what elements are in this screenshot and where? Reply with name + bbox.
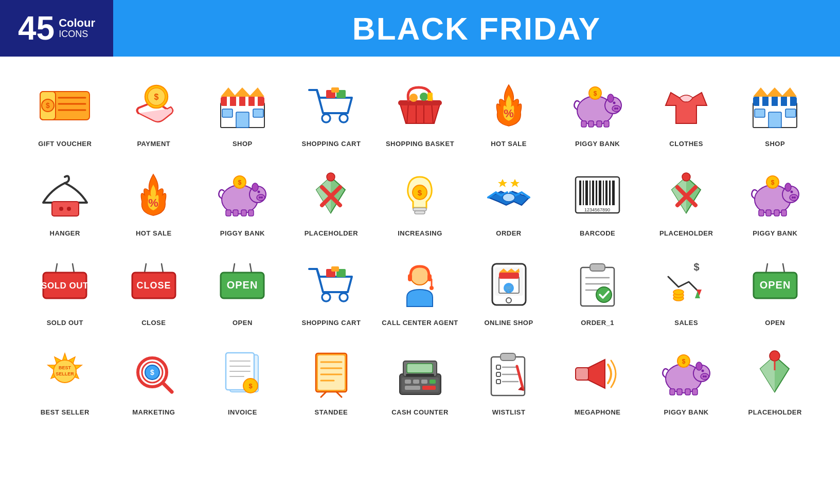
gift-voucher-label: GIFT VOUCHER: [38, 140, 92, 149]
svg-text:%: %: [149, 196, 159, 209]
svg-text:OPEN: OPEN: [227, 279, 258, 291]
piggy-bank-3-icon: $: [747, 167, 803, 223]
icon-cell-increasing: $ INCREASING: [376, 156, 464, 246]
svg-text:SOLD OUT: SOLD OUT: [41, 281, 88, 291]
open-2-icon: OPEN: [747, 256, 803, 313]
svg-point-114: [794, 196, 796, 199]
svg-rect-118: [766, 210, 771, 216]
svg-rect-220: [576, 368, 588, 380]
svg-line-125: [73, 264, 74, 273]
svg-point-71: [259, 196, 261, 199]
svg-point-27: [339, 114, 348, 122]
svg-rect-88: [415, 211, 425, 214]
svg-rect-231: [692, 389, 698, 395]
svg-rect-228: [670, 389, 675, 395]
svg-rect-46: [588, 121, 594, 127]
svg-text:BEST: BEST: [59, 365, 72, 370]
icon-cell-sold-out: SOLD OUT SOLD OUT: [21, 246, 110, 335]
svg-rect-209: [406, 374, 434, 376]
shopping-basket-icon: [391, 77, 448, 134]
hot-sale-2-icon: %: [126, 167, 182, 223]
icon-cell-best-seller: BEST SELLER BEST SELLER: [21, 335, 110, 425]
svg-point-44: [613, 101, 615, 104]
close-label: CLOSE: [141, 319, 166, 328]
svg-rect-97: [592, 181, 594, 205]
svg-rect-98: [596, 181, 597, 205]
svg-line-133: [250, 264, 252, 273]
svg-marker-17: [234, 87, 251, 97]
svg-point-225: [705, 375, 707, 377]
svg-rect-230: [685, 389, 690, 395]
open-1-label: OPEN: [233, 319, 253, 328]
barcode-icon: 1234567890: [569, 167, 626, 223]
icon-cell-placeholder-1: PLACEHOLDER: [287, 156, 376, 246]
clothes-label: CLOTHES: [669, 140, 703, 149]
icon-count: 45: [18, 12, 55, 45]
svg-line-129: [162, 264, 163, 273]
close-icon: CLOSE: [126, 256, 182, 313]
svg-text:$: $: [682, 358, 686, 365]
icon-cell-shopping-cart-1: SHOPPING CART: [287, 67, 376, 156]
svg-line-198: [336, 392, 342, 397]
best-seller-label: BEST SELLER: [41, 408, 90, 417]
clothes-icon: [658, 77, 714, 134]
icon-cell-hot-sale-2: % HOT SALE: [110, 156, 199, 246]
shop-2-icon: [747, 77, 803, 134]
svg-rect-103: [612, 181, 615, 205]
header-left: 45 Colour ICONS: [0, 0, 113, 57]
cash-counter-icon: [391, 346, 448, 402]
svg-point-224: [703, 375, 705, 377]
svg-rect-229: [677, 389, 682, 395]
svg-rect-99: [599, 181, 601, 205]
svg-rect-93: [579, 181, 581, 205]
svg-line-136: [317, 269, 319, 277]
svg-line-128: [145, 264, 146, 273]
sales-icon: $: [658, 256, 714, 313]
svg-rect-211: [501, 353, 515, 361]
svg-rect-120: [781, 210, 787, 216]
hot-sale-2-label: HOT SALE: [136, 229, 172, 238]
svg-point-141: [339, 293, 348, 301]
svg-point-163: [596, 287, 612, 302]
svg-rect-47: [597, 121, 602, 127]
megaphone-label: MEGAPHONE: [575, 408, 621, 417]
icon-cell-order: ORDER: [464, 156, 553, 246]
svg-rect-144: [408, 274, 412, 281]
sales-label: SALES: [674, 319, 698, 328]
svg-rect-151: [499, 273, 519, 279]
svg-point-43: [607, 94, 614, 102]
svg-point-168: [673, 290, 684, 295]
order-icon: [480, 167, 537, 223]
svg-rect-75: [226, 210, 231, 216]
online-shop-label: ONLINE SHOP: [485, 319, 533, 328]
svg-rect-94: [583, 181, 584, 205]
svg-text:CLOSE: CLOSE: [136, 280, 171, 291]
svg-point-66: [67, 207, 71, 211]
piggy-bank-3-label: PIGGY BANK: [753, 229, 797, 238]
icon-cell-placeholder-3: PLACEHOLDER: [730, 335, 819, 425]
svg-rect-62: [755, 109, 765, 117]
piggy-bank-2-label: PIGGY BANK: [220, 229, 265, 238]
increasing-icon: $: [391, 167, 448, 223]
svg-text:$: $: [238, 179, 242, 186]
shopping-cart-2-label: SHOPPING CART: [302, 319, 361, 328]
hanger-label: HANGER: [50, 229, 80, 238]
svg-point-65: [59, 207, 63, 211]
icon-cell-piggy-bank-2: $ PIGGY BANK: [198, 156, 287, 246]
svg-point-237: [770, 351, 780, 361]
icons-label: ICONS: [59, 29, 95, 40]
svg-rect-139: [331, 266, 339, 272]
svg-rect-204: [413, 380, 419, 384]
icon-cell-call-center-agent: CALL CENTER AGENT: [376, 246, 464, 335]
piggy-bank-1-icon: $: [569, 77, 626, 134]
shopping-cart-1-label: SHOPPING CART: [302, 140, 361, 149]
icon-cell-online-shop: 🛒 ONLINE SHOP: [464, 246, 553, 335]
svg-rect-20: [222, 109, 233, 117]
svg-point-26: [322, 114, 330, 122]
icon-cell-megaphone: MEGAPHONE: [553, 335, 642, 425]
payment-icon: $: [126, 77, 182, 134]
svg-text:$: $: [46, 101, 50, 110]
svg-rect-201: [407, 364, 433, 373]
piggy-bank-1-label: PIGGY BANK: [575, 140, 620, 149]
svg-point-73: [252, 183, 258, 191]
